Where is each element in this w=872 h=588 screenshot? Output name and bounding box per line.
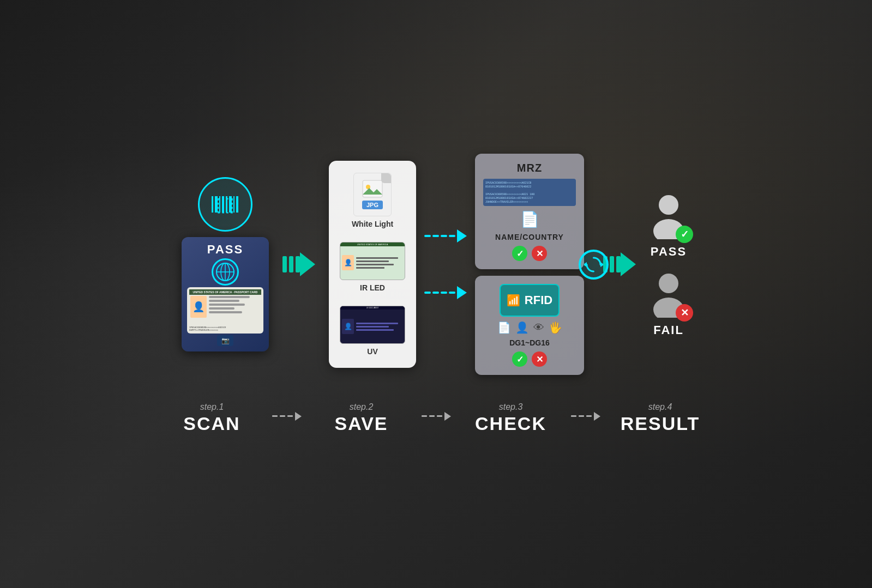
eye-dg-icon: 👁 [533, 322, 544, 334]
svg-rect-0 [212, 196, 213, 213]
stripe-3 [296, 256, 300, 272]
rfid-text: RFID [525, 293, 552, 307]
pass-badge: ✓ [676, 226, 693, 243]
rfid-pass-icon: ✓ [512, 351, 527, 367]
person-fail-silhouette: ✕ [647, 270, 690, 319]
step2-num: step.2 [350, 402, 374, 412]
svg-rect-7 [236, 196, 238, 213]
step4-num: step.4 [648, 402, 672, 412]
arrow-scan-to-save [282, 252, 315, 276]
mrz-title: MRZ [517, 162, 542, 174]
step2-label-group: step.2 SAVE [307, 402, 416, 434]
jpg-file-icon: JPG [353, 173, 392, 216]
passport-pass-label: PASS [207, 243, 243, 257]
dash-6 [432, 292, 439, 294]
cycle-connector-icon [579, 250, 609, 280]
svg-rect-5 [229, 196, 232, 213]
mrz-fail-icon: ✕ [532, 246, 547, 261]
dot-5 [429, 415, 435, 417]
id-photo: 👤 [190, 296, 207, 318]
stripe-6 [616, 256, 621, 272]
arrow-head-2 [621, 252, 636, 276]
stripe-5 [610, 256, 614, 272]
dashed-arrows-container [424, 229, 467, 299]
svg-rect-12 [363, 180, 382, 197]
result-fail-item: ✕ FAIL [647, 270, 690, 337]
rfid-signal-icon: 📶 [507, 294, 520, 307]
scan-barcode-svg [209, 193, 242, 215]
dot-arrow-2 [444, 412, 451, 421]
dot-4 [422, 415, 427, 417]
step4-title: RESULT [621, 413, 700, 434]
arrow-stripes [282, 256, 300, 272]
dash-4 [449, 235, 455, 237]
scan-circle: ⬚ [198, 177, 252, 232]
jpg-label: JPG [362, 201, 383, 209]
uv-label: UV [367, 347, 377, 356]
step-check: MRZ IPUSAC0300598<<<<<<<<<A021CB 8101012… [475, 154, 584, 375]
mrz-check-icons: ✓ ✕ [512, 246, 547, 261]
svg-rect-3 [222, 196, 224, 213]
dot-arrow-3 [594, 412, 600, 421]
ir-led-label: IR LED [360, 283, 385, 292]
dot-8 [579, 415, 584, 417]
person-pass-silhouette: ✓ [647, 191, 690, 240]
passport-card: PASS UNITED STATES OF AMERICA · PASSPORT… [182, 237, 269, 351]
dg-label: DG1~DG16 [509, 338, 550, 347]
step-scan: ⬚ PASS [182, 177, 269, 351]
uv-id-card: UV DOCUMENT 👤 [340, 306, 405, 344]
fail-label: FAIL [653, 323, 684, 337]
passport-id-card: UNITED STATES OF AMERICA · PASSPORT CARD… [187, 287, 263, 334]
step2-title: SAVE [334, 413, 388, 434]
step3-num: step.3 [499, 402, 523, 412]
step1-title: SCAN [183, 413, 240, 434]
dashed-head-lower [457, 286, 467, 299]
dot-arrow-1 [295, 412, 302, 421]
save-item-jpg: JPG White Light [334, 173, 411, 228]
rfid-fail-icon: ✕ [532, 351, 547, 367]
step3-title: CHECK [475, 413, 546, 434]
dash-1 [424, 235, 431, 237]
arrow-head [300, 252, 315, 276]
dash-8 [449, 292, 455, 294]
white-light-label: White Light [352, 220, 393, 228]
svg-marker-15 [600, 262, 603, 267]
save-item-uv: UV DOCUMENT 👤 UV [334, 306, 411, 356]
ir-card-lines [356, 257, 403, 269]
ir-card-photo: 👤 [342, 255, 354, 270]
stripe-2 [289, 256, 293, 272]
ir-card-header: UNITED STATES OF AMERICA [340, 243, 405, 246]
svg-rect-2 [219, 196, 220, 213]
result-pass-item: ✓ PASS [647, 191, 690, 259]
mrz-bottom: IPUSAC0300598<<<<<<<<<A021CE HAPPY<<TRAV… [189, 326, 261, 331]
document-dg-icon: 📄 [497, 321, 511, 334]
rfid-check-icons: ✓ ✕ [512, 351, 547, 367]
fingerprint-dg-icon: 🖐 [549, 321, 562, 334]
id-fields [209, 296, 260, 325]
id-card-body: 👤 [189, 295, 261, 326]
mrz-check-box: MRZ IPUSAC0300598<<<<<<<<<A021CB 8101012… [475, 154, 584, 269]
dashed-arrow-lower [424, 286, 467, 299]
svg-rect-6 [233, 196, 234, 213]
dash-5 [424, 292, 431, 294]
flow-area: ⬚ PASS [33, 154, 839, 375]
steps-row: step.1 SCAN step.2 SAVE step.3 CHECK [158, 402, 715, 434]
dot-6 [437, 415, 442, 417]
name-country-label: NAME/COUNTRY [495, 233, 564, 241]
save-item-ir: UNITED STATES OF AMERICA 👤 IR LED [334, 242, 411, 292]
document-icon: 📄 [520, 210, 539, 228]
step1-num: step.1 [200, 402, 224, 412]
svg-rect-1 [215, 196, 218, 213]
pass-label: PASS [651, 245, 687, 259]
dashed-head-upper [457, 229, 467, 243]
svg-point-19 [659, 274, 678, 293]
image-file-svg [362, 179, 383, 198]
svg-point-17 [659, 195, 678, 215]
fail-badge: ✕ [676, 304, 693, 322]
step-arrow-3 [571, 412, 600, 425]
uv-card-photo: 👤 [342, 319, 354, 334]
mrz-pass-icon: ✓ [512, 246, 527, 261]
uv-card-body: 👤 [340, 310, 405, 343]
svg-marker-16 [584, 262, 587, 267]
dot-7 [571, 415, 576, 417]
